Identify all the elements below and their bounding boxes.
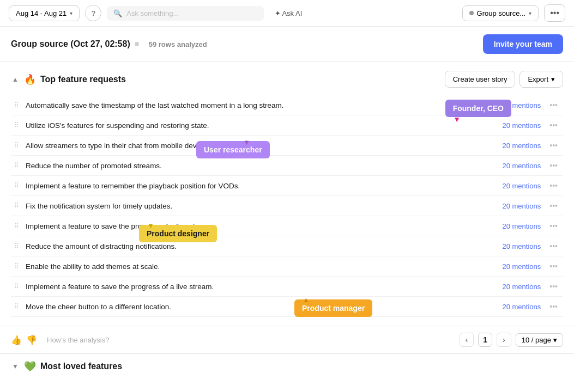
title-text: Group source (Oct 27, 02:58) <box>11 39 130 49</box>
row-menu-button[interactable]: ••• <box>547 180 560 191</box>
row-menu-button[interactable]: ••• <box>547 281 560 292</box>
feature-table: ⠿ Automatically save the timestamp of th… <box>11 95 563 317</box>
pagination-bar: 👍 👎 How's the analysis? ‹ 1 › 10 / page … <box>0 326 574 353</box>
most-loved-section: ▼ 💚 Most loved features <box>0 353 574 379</box>
drag-handle-icon[interactable]: ⠿ <box>11 136 22 156</box>
page-size-button[interactable]: 10 / page ▾ <box>516 333 563 347</box>
section-emoji: 🔥 <box>24 74 36 85</box>
section-collapse-button[interactable]: ▲ <box>11 75 20 84</box>
create-user-story-button[interactable]: Create user story <box>445 71 516 88</box>
drag-handle-icon[interactable]: ⠿ <box>11 115 22 136</box>
status-dot-icon <box>135 42 139 46</box>
row-menu-button[interactable]: ••• <box>547 100 560 111</box>
table-row: ⠿ Automatically save the timestamp of th… <box>11 95 563 115</box>
table-row: ⠿ Implement a feature to remember the pl… <box>11 176 563 196</box>
feature-text: Implement a feature to remember the play… <box>22 176 484 196</box>
edited-tag: (edited) <box>216 142 238 150</box>
feature-text: Implement a feature to save the progress… <box>22 277 484 297</box>
mentions-count[interactable]: 20 mentions <box>502 162 541 170</box>
drag-handle-icon[interactable]: ⠿ <box>11 156 22 176</box>
section-header: ▲ 🔥 Top feature requests Create user sto… <box>11 71 563 88</box>
table-row: ⠿ Enable the ability to add themes at sc… <box>11 256 563 277</box>
most-loved-emoji: 💚 <box>24 360 36 372</box>
drag-handle-icon[interactable]: ⠿ <box>11 95 22 115</box>
prev-page-button[interactable]: ‹ <box>460 333 474 347</box>
table-row: ⠿ Implement a feature to save the progre… <box>11 277 563 297</box>
chevron-down-icon: ▾ <box>553 336 557 344</box>
feedback-icons: 👍 👎 <box>11 335 37 345</box>
more-options-button[interactable]: ••• <box>544 4 565 22</box>
source-title: Group source (Oct 27, 02:58) 59 rows ana… <box>11 39 207 49</box>
section-title: Top feature requests <box>40 75 440 84</box>
group-source-button[interactable]: Group source... ▾ <box>462 5 539 21</box>
date-range-button[interactable]: Aug 14 - Aug 21 ▾ <box>9 5 80 21</box>
table-row: ⠿ Implement a feature to save the progre… <box>11 216 563 236</box>
table-row: ⠿ Allow streamers to type in their chat … <box>11 136 563 156</box>
search-icon: 🔍 <box>113 9 122 17</box>
rows-analyzed: 59 rows analyzed <box>149 40 207 48</box>
top-feature-section: ▲ 🔥 Top feature requests Create user sto… <box>0 62 574 326</box>
row-menu-button[interactable]: ••• <box>547 301 560 312</box>
chevron-down-icon: ▾ <box>70 10 72 16</box>
chevron-down-icon: ▾ <box>551 75 555 83</box>
ask-ai-button[interactable]: ✦ Ask AI <box>269 6 308 21</box>
mentions-count[interactable]: 20 mentions <box>502 222 541 230</box>
feature-text: Reduce the number of promoted streams. <box>22 156 484 176</box>
mentions-count[interactable]: 20 mentions <box>502 121 541 130</box>
drag-handle-icon[interactable]: ⠿ <box>11 216 22 236</box>
current-page: 1 <box>478 333 492 347</box>
page-navigation: ‹ 1 › 10 / page ▾ <box>460 333 563 347</box>
mentions-count[interactable]: 20 mentions <box>502 142 541 150</box>
row-menu-button[interactable]: ••• <box>547 160 560 171</box>
mentions-count[interactable]: 20 mentions <box>502 182 541 190</box>
mentions-count[interactable]: 20 mentions <box>502 202 541 210</box>
mentions-count[interactable]: 20 mentions <box>502 283 541 291</box>
feature-list-wrapper: ⠿ Automatically save the timestamp of th… <box>11 95 563 317</box>
export-button[interactable]: Export ▾ <box>519 71 563 88</box>
most-loved-title: Most loved features <box>40 362 563 371</box>
help-button[interactable]: ? <box>85 5 101 21</box>
mentions-count[interactable]: 20 mentions <box>502 262 541 271</box>
most-loved-collapse-button[interactable]: ▼ <box>11 362 20 371</box>
mentions-count[interactable]: 20 mentions <box>502 101 541 109</box>
drag-handle-icon[interactable]: ⠿ <box>11 196 22 216</box>
row-menu-button[interactable]: ••• <box>547 200 560 211</box>
drag-handle-icon[interactable]: ⠿ <box>11 176 22 196</box>
drag-handle-icon[interactable]: ⠿ <box>11 297 22 317</box>
mentions-count[interactable]: 20 mentions <box>502 242 541 250</box>
row-menu-button[interactable]: ••• <box>547 241 560 252</box>
drag-handle-icon[interactable]: ⠿ <box>11 277 22 297</box>
chevron-down-icon: ▾ <box>529 10 531 16</box>
feature-text: Reduce the amount of distracting notific… <box>22 236 484 256</box>
thumbs-down-icon[interactable]: 👎 <box>26 335 37 345</box>
section-actions: Create user story Export ▾ <box>445 71 563 88</box>
feature-text: Allow streamers to type in their chat fr… <box>22 136 484 156</box>
row-menu-button[interactable]: ••• <box>547 261 560 272</box>
feature-text: Move the cheer button to a different loc… <box>22 297 484 317</box>
feedback-prompt: How's the analysis? <box>47 336 109 344</box>
invite-team-button[interactable]: Invite your team <box>483 34 563 54</box>
table-row: ⠿ Fix the notification system for timely… <box>11 196 563 216</box>
feature-text: Implement a feature to save the progress… <box>22 216 484 236</box>
mentions-count[interactable]: 20 mentions <box>502 303 541 311</box>
drag-handle-icon[interactable]: ⠿ <box>11 236 22 256</box>
row-menu-button[interactable]: ••• <box>547 140 560 151</box>
thumbs-up-icon[interactable]: 👍 <box>11 335 22 345</box>
header-bar: Group source (Oct 27, 02:58) 59 rows ana… <box>0 27 574 62</box>
table-row: ⠿ Reduce the amount of distracting notif… <box>11 236 563 256</box>
date-range-label: Aug 14 - Aug 21 <box>16 9 67 17</box>
search-bar[interactable]: 🔍 Ask something... <box>107 6 263 21</box>
row-menu-button[interactable]: ••• <box>547 120 560 131</box>
table-row: ⠿ Utilize iOS's features for suspending … <box>11 115 563 136</box>
table-row: ⠿ Move the cheer button to a different l… <box>11 297 563 317</box>
drag-handle-icon[interactable]: ⠿ <box>11 256 22 277</box>
next-page-button[interactable]: › <box>497 333 511 347</box>
table-row: ⠿ Reduce the number of promoted streams.… <box>11 156 563 176</box>
row-menu-button[interactable]: ••• <box>547 220 560 231</box>
feature-text: Utilize iOS's features for suspending an… <box>22 115 484 136</box>
feature-text: Enable the ability to add themes at scal… <box>22 256 484 277</box>
most-loved-header: ▼ 💚 Most loved features <box>11 360 563 372</box>
feature-text: Fix the notification system for timely u… <box>22 196 484 216</box>
feature-text: Automatically save the timestamp of the … <box>22 95 484 115</box>
top-nav: Aug 14 - Aug 21 ▾ ? 🔍 Ask something... ✦… <box>0 0 574 27</box>
